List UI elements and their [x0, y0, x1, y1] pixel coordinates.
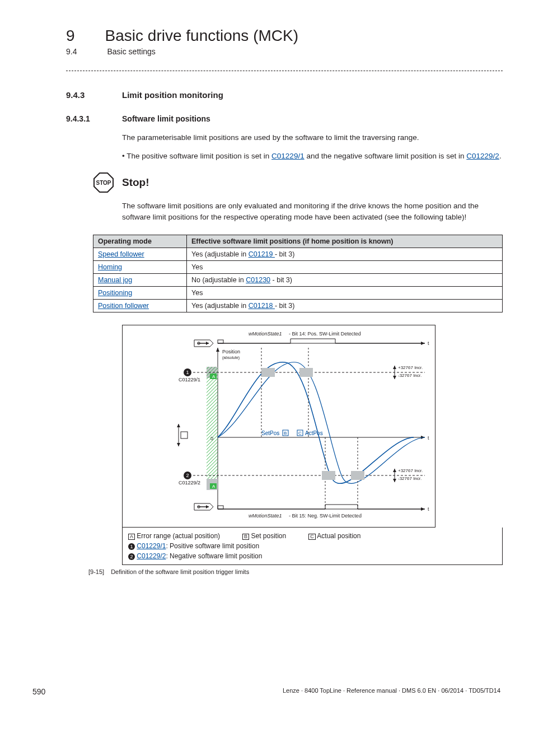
legend-a: Error range (actual position): [137, 532, 220, 540]
table-effective-cell: Yes: [187, 261, 503, 274]
table-header-effective: Effective software limit positions (if h…: [187, 235, 503, 248]
table-mode-link[interactable]: Manual jog: [98, 276, 132, 284]
section-number: 9.4: [66, 47, 77, 56]
svg-text:(absolute): (absolute): [222, 356, 240, 360]
stop-label: Stop!: [122, 176, 149, 189]
link-c01229-2[interactable]: C01229/2: [466, 152, 499, 160]
svg-marker-42: [393, 469, 396, 472]
svg-text:- Bit 15: Neg. SW-Limit Detect: - Bit 15: Neg. SW-Limit Detected: [289, 513, 362, 519]
bullet-paragraph: The positive software limit position is …: [129, 151, 503, 162]
legend-link-2[interactable]: C01229/2: [137, 552, 166, 560]
divider: [66, 71, 503, 71]
svg-marker-44: [393, 479, 396, 482]
svg-text:+32767 Incr.: +32767 Incr.: [398, 365, 423, 370]
intro-paragraph: The parameterisable limit positions are …: [122, 132, 503, 143]
operating-mode-table: Operating mode Effective software limit …: [93, 235, 503, 312]
table-effective-cell: Yes (adjustable in C01218 - bit 3): [187, 300, 503, 312]
svg-rect-53: [322, 471, 335, 480]
table-mode-link[interactable]: Positioning: [98, 289, 132, 297]
svg-text:STOP: STOP: [96, 180, 111, 186]
figure-legend: A Error range (actual position) B Set po…: [122, 528, 503, 565]
heading-text: Limit position monitoring: [122, 90, 223, 100]
svg-text:2: 2: [186, 473, 189, 478]
link-c01229-1[interactable]: C01229/1: [271, 152, 305, 160]
legend-link-1[interactable]: C01229/1: [137, 542, 166, 550]
table-effective-cell: No (adjustable in C01230 - bit 3): [187, 274, 503, 287]
svg-text:+32767 Incr.: +32767 Incr.: [398, 468, 423, 473]
svg-text:A: A: [212, 374, 216, 379]
svg-text:wMotionState1: wMotionState1: [249, 331, 282, 337]
svg-text:-32767 Incr.: -32767 Incr.: [398, 373, 421, 378]
svg-text:- Bit 14: Pos. SW-Limit Detect: - Bit 14: Pos. SW-Limit Detected: [289, 331, 361, 337]
table-param-link[interactable]: C01230: [246, 276, 270, 284]
chapter-number: 9: [66, 27, 75, 45]
legend-c: Actual position: [317, 532, 360, 540]
svg-text:-32767 Incr.: -32767 Incr.: [398, 476, 421, 481]
chapter-title: Basic drive functions (MCK): [105, 27, 298, 45]
table-row: HomingYes: [93, 261, 503, 274]
svg-text:C: C: [298, 431, 302, 436]
stop-icon: STOP: [93, 172, 114, 193]
svg-text:t: t: [428, 435, 429, 441]
table-param-link[interactable]: C01218: [249, 302, 275, 310]
table-effective-cell: Yes (adjustable in C01219 - bit 3): [187, 248, 503, 261]
stop-body: The software limit positions are only ev…: [122, 200, 480, 222]
svg-text:C01229/1: C01229/1: [179, 377, 200, 382]
bullet-text-mid: and the negative software limit position…: [305, 152, 467, 160]
svg-text:SetPos: SetPos: [261, 430, 279, 436]
svg-rect-52: [299, 368, 313, 377]
page-number: 590: [32, 687, 45, 696]
svg-text:B: B: [284, 431, 287, 436]
svg-text:Position: Position: [222, 349, 240, 354]
svg-rect-7: [218, 340, 223, 343]
svg-text:C01229/2: C01229/2: [179, 480, 200, 486]
svg-rect-73: [181, 432, 188, 438]
svg-marker-71: [177, 424, 180, 427]
section-title: Basic settings: [107, 47, 155, 56]
svg-marker-32: [393, 366, 396, 369]
svg-text:ActPos: ActPos: [305, 430, 323, 436]
svg-rect-64: [218, 506, 223, 509]
svg-marker-72: [177, 443, 180, 446]
svg-text:t: t: [428, 340, 429, 346]
svg-text:1: 1: [186, 370, 189, 375]
figure-diagram: wMotionState1 - Bit 14: Pos. SW-Limit De…: [122, 325, 435, 528]
subheading-text: Software limit positions: [122, 114, 210, 123]
table-effective-cell: Yes: [187, 287, 503, 300]
bullet-text-pre: The positive software limit position is …: [127, 152, 271, 160]
table-row: Speed followerYes (adjustable in C01219 …: [93, 248, 503, 261]
bullet-text-end: .: [499, 152, 502, 160]
svg-rect-51: [261, 368, 275, 377]
svg-rect-54: [351, 471, 364, 480]
table-mode-link[interactable]: Homing: [98, 263, 122, 271]
table-row: PositioningYes: [93, 287, 503, 300]
svg-marker-34: [393, 376, 396, 379]
table-mode-link[interactable]: Speed follower: [98, 250, 144, 258]
table-row: Manual jogNo (adjustable in C01230 - bit…: [93, 274, 503, 287]
svg-rect-21: [207, 378, 218, 479]
figure-caption-text: Definition of the software limit positio…: [111, 568, 249, 575]
svg-marker-12: [216, 348, 219, 352]
legend-text-2: : Negative software limit position: [166, 552, 262, 560]
svg-text:wMotionState1: wMotionState1: [249, 513, 282, 519]
figure-caption-number: [9-15]: [88, 568, 104, 575]
legend-b: Set position: [251, 532, 286, 540]
subheading-number: 9.4.3.1: [66, 114, 122, 123]
table-header-mode: Operating mode: [93, 235, 187, 248]
svg-text:A: A: [212, 484, 216, 489]
svg-text:t: t: [428, 506, 429, 512]
table-param-link[interactable]: C01219: [249, 250, 275, 258]
heading-number: 9.4.3: [66, 90, 122, 100]
legend-text-1: : Positive software limit position: [166, 542, 259, 550]
table-mode-link[interactable]: Position follower: [98, 302, 149, 310]
footer-right: Lenze · 8400 TopLine · Reference manual …: [283, 687, 500, 696]
table-row: Position followerYes (adjustable in C012…: [93, 300, 503, 312]
